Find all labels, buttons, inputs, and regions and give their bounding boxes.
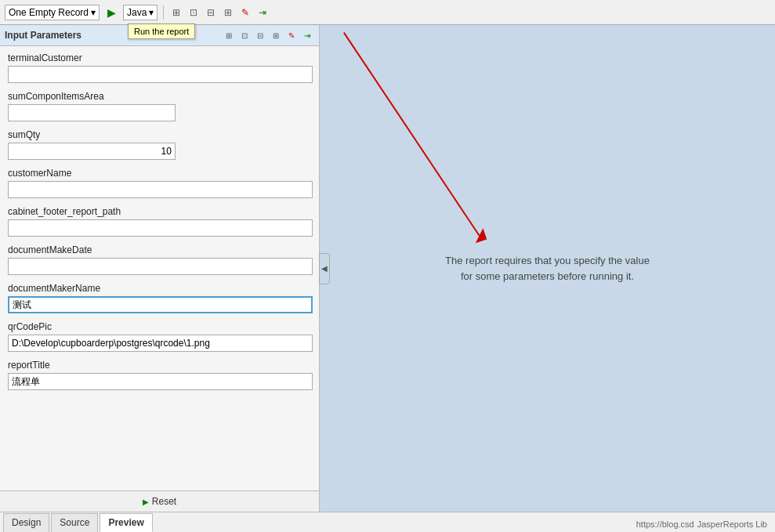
- param-label-documentMakeDate: documentMakeDate: [8, 244, 313, 255]
- toolbar-pencil-icon[interactable]: ✎: [238, 5, 252, 20]
- language-dropdown[interactable]: Java ▾: [123, 5, 158, 20]
- toolbar-icon-3[interactable]: ⊟: [204, 5, 218, 20]
- params-icon-3[interactable]: ⊟: [253, 28, 267, 42]
- left-panel: Input Parameters ⊞ ⊡ ⊟ ⊞ ✎ ⇥ terminalCus…: [0, 25, 320, 512]
- collapse-icon: ◀: [321, 264, 328, 273]
- param-group-terminalCustomer: terminalCustomer: [8, 52, 313, 83]
- param-group-customerName: customerName: [8, 168, 313, 198]
- param-label-terminalCustomer: terminalCustomer: [8, 52, 313, 63]
- toolbar-icon-1[interactable]: ⊞: [169, 5, 183, 20]
- params-export-icon[interactable]: ⇥: [300, 28, 314, 42]
- param-input-documentMakerName[interactable]: [8, 296, 313, 313]
- param-input-sumComponItemsArea[interactable]: [8, 104, 176, 121]
- params-body: terminalCustomer sumComponItemsArea sumQ…: [0, 46, 319, 490]
- param-input-reportTitle[interactable]: [8, 373, 313, 390]
- svg-line-0: [344, 33, 480, 236]
- right-panel: The report requires that you specify the…: [320, 25, 775, 512]
- record-selector-label: One Empty Record: [9, 7, 89, 18]
- params-icon-2[interactable]: ⊡: [237, 28, 252, 42]
- params-icon-4[interactable]: ⊞: [269, 28, 283, 42]
- params-footer: ▶ Reset: [0, 490, 319, 512]
- param-input-qrCodePic[interactable]: [8, 335, 313, 352]
- run-report-button[interactable]: ▶: [103, 4, 120, 21]
- collapse-tab[interactable]: ◀: [319, 253, 330, 284]
- chevron-down-icon: ▾: [91, 7, 96, 18]
- toolbar-separator: [163, 5, 164, 20]
- param-group-sumQty: sumQty: [8, 129, 313, 160]
- record-selector-dropdown[interactable]: One Empty Record ▾: [5, 5, 100, 20]
- param-group-cabinetFooterReportPath: cabinet_footer_report_path: [8, 206, 313, 237]
- param-input-customerName[interactable]: [8, 181, 313, 198]
- message-text: The report requires that you specify the…: [445, 253, 650, 284]
- tab-list: Design Source Preview: [3, 513, 154, 532]
- param-group-documentMakerName: documentMakerName: [8, 283, 313, 313]
- status-jasper: JasperReports Lib: [697, 519, 767, 529]
- param-input-documentMakeDate[interactable]: [8, 258, 313, 275]
- param-label-sumComponItemsArea: sumComponItemsArea: [8, 91, 313, 102]
- param-label-cabinetFooterReportPath: cabinet_footer_report_path: [8, 206, 313, 217]
- toolbar-export-icon[interactable]: ⇥: [255, 5, 270, 20]
- run-report-tooltip: Run the report: [128, 24, 195, 39]
- params-icons: ⊞ ⊡ ⊟ ⊞ ✎ ⇥: [222, 28, 314, 42]
- reset-play-icon: ▶: [143, 498, 149, 506]
- language-label: Java: [127, 7, 147, 18]
- param-label-qrCodePic: qrCodePic: [8, 321, 313, 332]
- tab-preview[interactable]: Preview: [100, 513, 152, 532]
- param-label-customerName: customerName: [8, 168, 313, 179]
- params-icon-1[interactable]: ⊞: [222, 28, 236, 42]
- toolbar: One Empty Record ▾ ▶ Java ▾ ⊞ ⊡ ⊟ ⊞ ✎ ⇥ …: [0, 0, 775, 25]
- reset-label: Reset: [152, 496, 176, 507]
- message-line2: for some parameters before running it.: [461, 270, 634, 282]
- params-title: Input Parameters: [5, 30, 81, 41]
- toolbar-icon-2[interactable]: ⊡: [187, 5, 201, 20]
- message-line1: The report requires that you specify the…: [445, 255, 650, 266]
- main-area: Input Parameters ⊞ ⊡ ⊟ ⊞ ✎ ⇥ terminalCus…: [0, 25, 775, 512]
- reset-button[interactable]: ▶ Reset: [143, 496, 176, 507]
- param-group-reportTitle: reportTitle: [8, 360, 313, 390]
- param-input-terminalCustomer[interactable]: [8, 66, 313, 83]
- tab-design[interactable]: Design: [3, 513, 49, 532]
- param-group-qrCodePic: qrCodePic: [8, 321, 313, 352]
- param-input-cabinetFooterReportPath[interactable]: [8, 219, 313, 237]
- svg-marker-1: [476, 228, 487, 243]
- status-url: https://blog.csd: [636, 519, 694, 529]
- language-chevron-icon: ▾: [149, 7, 154, 18]
- tab-bar: Design Source Preview https://blog.csd J…: [0, 512, 775, 532]
- toolbar-icon-4[interactable]: ⊞: [221, 5, 235, 20]
- param-group-documentMakeDate: documentMakeDate: [8, 244, 313, 275]
- param-label-sumQty: sumQty: [8, 129, 313, 140]
- param-label-documentMakerName: documentMakerName: [8, 283, 313, 294]
- param-group-sumComponItemsArea: sumComponItemsArea: [8, 91, 313, 121]
- tab-source[interactable]: Source: [51, 513, 98, 532]
- params-pencil-icon[interactable]: ✎: [284, 28, 299, 42]
- status-bar-right: https://blog.csd JasperReports Lib: [632, 516, 772, 532]
- param-input-sumQty[interactable]: [8, 143, 176, 160]
- param-label-reportTitle: reportTitle: [8, 360, 313, 371]
